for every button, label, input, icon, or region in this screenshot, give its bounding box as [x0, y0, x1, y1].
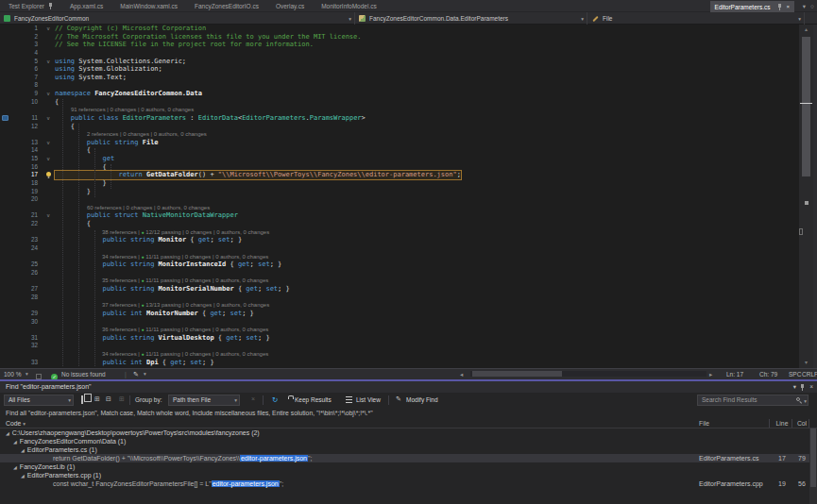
tab-monitorinfomodel-cs[interactable]: MonitorInfoModel.cs	[313, 0, 385, 12]
chevron-down-icon[interactable]: ▾	[804, 396, 807, 406]
code-line[interactable]: 9vnamespace FancyZonesEditorCommon.Data	[0, 90, 799, 98]
tab-overlay-cs[interactable]: Overlay.cs	[267, 0, 313, 12]
stop-search-icon[interactable]: ×	[251, 395, 255, 402]
code-line[interactable]: 17 return GetDataFolder() + "\\Microsoft…	[0, 171, 799, 179]
code-line[interactable]: 10{	[0, 98, 799, 107]
hscroll-right-icon[interactable]: ▸	[709, 371, 712, 378]
find-result-group[interactable]: ◢EditorParameters.cpp (1)	[0, 471, 809, 479]
fold-chevron-icon[interactable]: v	[42, 139, 55, 147]
fold-chevron-icon[interactable]: v	[42, 90, 55, 98]
collapse-all-icon[interactable]: ⊟	[106, 395, 111, 403]
code-editor[interactable]: 1v// Copyright (c) Microsoft Corporation…	[0, 25, 799, 368]
codelens-row[interactable]: 2 references | 0 changes | 0 authors, 0 …	[0, 130, 799, 139]
code-line[interactable]: 1v// Copyright (c) Microsoft Corporation	[0, 25, 799, 33]
expanded-node-icon[interactable]: ◢	[21, 473, 25, 479]
code-line[interactable]: 3// See the LICENSE file in the project …	[0, 41, 799, 49]
code-line[interactable]: 19 }	[0, 188, 799, 196]
panel-scrollbar[interactable]	[809, 428, 817, 504]
lightbulb-icon[interactable]	[46, 172, 51, 176]
column-separator[interactable]	[808, 419, 809, 428]
window-menu-chevron-icon[interactable]: ▾	[803, 3, 806, 10]
codelens-row[interactable]: 34 references | ● 11/11 passing | 0 chan…	[0, 253, 799, 261]
code-line[interactable]: 11v public class EditorParameters : Edit…	[0, 114, 799, 123]
project-dropdown[interactable]: FancyZonesEditorCommon ▾	[0, 12, 355, 25]
fold-chevron-icon[interactable]: v	[42, 211, 55, 220]
codelens-row[interactable]: 34 references | ● 11/11 passing | 0 chan…	[0, 350, 799, 359]
codelens-row[interactable]: 60 references | 0 changes | 0 authors, 0…	[0, 204, 799, 212]
find-result-group[interactable]: ◢FancyZonesEditorCommon\Data (1)	[0, 437, 809, 445]
codelens-row[interactable]: 35 references | ● 11/11 passing | 0 chan…	[0, 277, 799, 285]
code-line[interactable]: 24	[0, 244, 799, 253]
type-dropdown[interactable]: FancyZonesEditorCommon.Data.EditorParame…	[355, 12, 587, 25]
codelens-row[interactable]: 36 references | ● 11/11 passing | 0 chan…	[0, 326, 799, 334]
code-cleanup-icon[interactable]: ✎	[133, 371, 139, 378]
scroll-down-icon[interactable]: ▾	[799, 359, 813, 367]
pin-icon[interactable]	[777, 4, 782, 10]
refresh-icon[interactable]: ↻	[272, 395, 278, 404]
tab-mainwindow-xaml-cs[interactable]: MainWindow.xaml.cs	[111, 0, 186, 12]
column-separator[interactable]	[791, 419, 792, 428]
window-circle-icon[interactable]: ○	[810, 3, 814, 9]
zoom-level[interactable]: 100 %	[4, 371, 21, 378]
close-icon[interactable]: ×	[786, 4, 790, 9]
expanded-node-icon[interactable]: ◢	[13, 439, 17, 445]
fold-chevron-icon[interactable]: v	[42, 25, 55, 33]
code-line[interactable]: 30	[0, 318, 799, 327]
code-line[interactable]: 5vusing System.Collections.Generic;	[0, 58, 799, 66]
tab-test-explorer[interactable]: Test Explorer	[0, 0, 61, 12]
column-separator[interactable]	[769, 419, 770, 428]
codelens-row[interactable]: 37 references | ● 13/13 passing | 0 chan…	[0, 301, 799, 310]
line-ending-indicator[interactable]: CRLF	[802, 371, 817, 378]
pencil-icon[interactable]: ✎	[396, 395, 401, 403]
bookmark-icon[interactable]	[2, 115, 9, 121]
scrollbar-thumb[interactable]	[802, 37, 810, 176]
code-line[interactable]: 4	[0, 49, 799, 58]
expand-all-icon[interactable]: ⊞	[94, 395, 100, 403]
expanded-node-icon[interactable]: ◢	[13, 464, 17, 470]
column-header-line[interactable]: Line	[773, 420, 791, 427]
code-line[interactable]: 21v public struct NativeMonitorDataWrapp…	[0, 211, 799, 220]
search-find-results-input[interactable]: Search Find Results ▾	[697, 395, 808, 406]
fold-chevron-icon[interactable]: v	[42, 155, 55, 163]
modify-find-button[interactable]: Modify Find	[406, 396, 438, 403]
pin-icon[interactable]	[48, 3, 53, 9]
code-line[interactable]: 22 {	[0, 220, 799, 228]
clear-results-icon[interactable]: ⊞	[119, 395, 125, 403]
scroll-up-icon[interactable]: ▴	[799, 25, 813, 34]
window-position-chevron-icon[interactable]: ▾	[793, 381, 796, 393]
find-result-row[interactable]: return GetDataFolder() + "\\Microsoft\\P…	[0, 454, 809, 462]
codelens-row[interactable]: 38 references | ● 12/12 passing | 0 chan…	[0, 228, 799, 237]
fold-chevron-icon[interactable]: v	[42, 114, 55, 123]
code-line[interactable]: 25 public string MonitorInstanceId { get…	[0, 260, 799, 269]
code-line[interactable]: 8	[0, 81, 799, 90]
code-cleanup-chevron-icon[interactable]: ▾	[144, 371, 146, 377]
close-icon[interactable]: ×	[809, 381, 813, 393]
hscroll-left-icon[interactable]: ◂	[460, 371, 463, 378]
expanded-node-icon[interactable]: ◢	[6, 430, 9, 436]
editor-vertical-scrollbar[interactable]: ▴ ▾	[799, 25, 813, 368]
zoom-chevron-icon[interactable]: ▾	[26, 371, 28, 377]
scrollbar-thumb[interactable]	[472, 371, 562, 377]
tab-fancyzoneseditorio-cs[interactable]: FancyZonesEditorIO.cs	[186, 0, 267, 12]
issues-status[interactable]: No issues found	[61, 371, 106, 378]
column-header-file[interactable]: File	[699, 420, 709, 427]
code-line[interactable]: 23 public string Monitor { get; set; }	[0, 236, 799, 244]
editor-horizontal-scrollbar[interactable]	[470, 371, 706, 377]
code-line[interactable]: 14 {	[0, 146, 799, 155]
code-line[interactable]: 2// The Microsoft Corporation licenses t…	[0, 33, 799, 42]
code-line[interactable]: 13v public string File	[0, 139, 799, 147]
tab-editorparameters-cs[interactable]: EditorParameters.cs ×	[710, 1, 794, 12]
list-view-button[interactable]: List View	[356, 396, 381, 403]
copy-icon[interactable]	[81, 395, 83, 404]
code-line[interactable]: 33 public int Dpi { get; set; }	[0, 359, 799, 367]
code-line[interactable]: 31 public string VirtualDesktop { get; s…	[0, 334, 799, 343]
code-line[interactable]: 29 public int MonitorNumber { get; set; …	[0, 310, 799, 318]
code-line[interactable]: 16 {	[0, 163, 799, 172]
expanded-node-icon[interactable]: ◢	[21, 447, 25, 453]
code-line[interactable]: 32	[0, 342, 799, 350]
keep-results-button[interactable]: Keep Results	[295, 396, 332, 403]
find-result-row[interactable]: const wchar_t FancyZonesEditorParameters…	[0, 479, 809, 488]
code-filter-dropdown[interactable]: Code ▾	[6, 420, 26, 427]
code-line[interactable]: 18 }	[0, 179, 799, 188]
scrollbar-thumb[interactable]	[810, 428, 816, 487]
